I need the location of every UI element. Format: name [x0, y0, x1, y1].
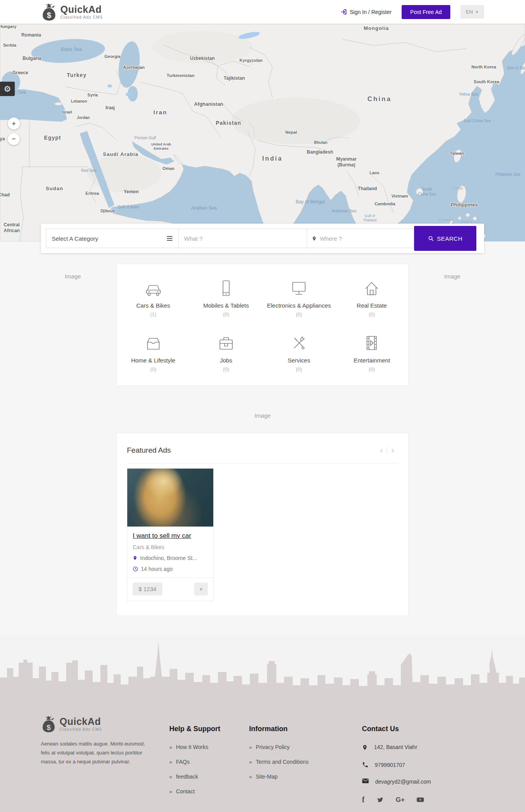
category-label: Home & Lifestyle [117, 357, 190, 364]
categories-card: Cars & Bikes (1) Mobiles & Tablets (0) E… [116, 264, 409, 386]
brand-tagline: Classified Ads CMS [60, 15, 103, 19]
footer-link-contact[interactable]: »Contact [169, 788, 249, 794]
language-dropdown[interactable]: EN ▼ [460, 5, 484, 19]
featured-ads-card: Featured Ads ‹ › I want to sell my car C… [116, 433, 409, 616]
double-chevron-icon: » [249, 774, 252, 780]
world-map[interactable]: HungaryRomaniaSerbiaBulgariaGreeceTurkey… [0, 24, 525, 242]
ad-placeholder-center: Image [0, 412, 525, 419]
svg-text:$: $ [47, 723, 51, 732]
ad-time: 14 hours ago [141, 566, 173, 572]
search-button[interactable]: SEARCH [414, 226, 476, 251]
header: $ QuickAd Classified Ads CMS Sign In / R… [0, 0, 525, 24]
footer-link-privacy-policy[interactable]: »Privacy Policy [249, 744, 362, 750]
zoom-out-button[interactable]: − [8, 133, 20, 145]
footer-link-feedback[interactable]: »feedback [169, 774, 249, 780]
location-pin-icon [312, 235, 317, 242]
sign-in-icon [341, 9, 347, 15]
copyright-text: 2017 Bylancer, All right reserved [0, 804, 525, 812]
footer-about-text: Aenean sodales mattis augue. Morbi euism… [41, 740, 154, 766]
house-icon [362, 279, 381, 298]
category-label: Mobiles & Tablets [190, 302, 262, 309]
youtube-icon[interactable] [416, 797, 424, 803]
double-chevron-icon: » [249, 759, 252, 765]
map-settings-button[interactable]: ⚙ [0, 82, 15, 96]
ad-location: Indochino, Broome St... [140, 555, 197, 561]
email-icon [362, 778, 369, 784]
footer: $ QuickAd Classified Ads CMS Aenean soda… [0, 705, 525, 812]
zoom-in-button[interactable]: + [8, 117, 20, 130]
location-input[interactable] [320, 229, 414, 248]
city-skyline [0, 635, 525, 705]
clock-icon [133, 566, 138, 572]
footer-link-terms[interactable]: »Terms and Conditions [249, 759, 362, 765]
ad-category: Cars & Bikes [133, 544, 208, 550]
category-label: Entertainment [335, 357, 408, 364]
double-chevron-icon: » [249, 744, 252, 750]
carousel-next-button[interactable]: › [387, 447, 398, 454]
box-icon [144, 334, 163, 352]
category-count: (0) [263, 366, 335, 372]
money-bag-icon: $ [41, 716, 56, 733]
keyword-input[interactable] [179, 229, 307, 248]
map-graphic [0, 24, 525, 242]
twitter-icon[interactable] [376, 796, 384, 803]
featured-ads-title: Featured Ads [127, 446, 171, 455]
facebook-icon[interactable]: f [362, 795, 365, 804]
gear-icon: ⚙ [4, 84, 11, 94]
ad-placeholder-right: Image [420, 264, 484, 280]
double-chevron-icon: » [169, 789, 172, 794]
monitor-icon [290, 279, 308, 298]
category-entertainment[interactable]: Entertainment (0) [335, 331, 408, 375]
post-free-ad-button[interactable]: Post Free Ad [402, 5, 450, 19]
ad-placeholder-left: Image [41, 264, 105, 280]
ad-title-link[interactable]: I want to sell my car [133, 532, 191, 540]
category-label: Electronics & Appliances [263, 302, 335, 309]
category-electronics-appliances[interactable]: Electronics & Appliances (0) [263, 276, 335, 320]
svg-text:$: $ [47, 11, 51, 19]
category-services[interactable]: Services (0) [263, 331, 335, 375]
briefcase-icon [217, 334, 235, 352]
language-label: EN [466, 9, 473, 15]
smartphone-icon [217, 279, 235, 298]
ad-image[interactable] [127, 469, 213, 527]
ad-price: $ 1234 [133, 583, 162, 595]
favorite-button[interactable]: ♥ [194, 583, 208, 595]
category-cars-bikes[interactable]: Cars & Bikes (1) [117, 276, 190, 320]
search-icon [428, 236, 434, 242]
footer-column-title: Information [249, 725, 362, 733]
footer-contact-title: Contact Us [362, 725, 479, 733]
car-icon [144, 279, 163, 298]
footer-brand-logo[interactable]: $ QuickAd Classified Ads CMS [41, 716, 154, 733]
category-label: Real Estate [335, 302, 408, 309]
footer-phone: 9799901707 [375, 762, 405, 768]
category-count: (0) [263, 312, 335, 317]
footer-link-sitemap[interactable]: »Site-Map [249, 774, 362, 780]
google-plus-icon[interactable]: G+ [396, 796, 405, 804]
search-button-label: SEARCH [437, 235, 463, 242]
category-mobiles-tablets[interactable]: Mobiles & Tablets (0) [190, 276, 262, 320]
category-select[interactable]: Select A Category [46, 229, 178, 248]
footer-link-faqs[interactable]: »FAQs [169, 759, 249, 765]
category-real-estate[interactable]: Real Estate (0) [335, 276, 408, 320]
category-count: (0) [335, 366, 408, 372]
category-label: Cars & Bikes [117, 302, 190, 309]
carousel-prev-button[interactable]: ‹ [376, 447, 387, 454]
category-home-lifestyle[interactable]: Home & Lifestyle (0) [117, 331, 190, 375]
sign-in-link[interactable]: Sign In / Register [341, 9, 392, 15]
category-jobs[interactable]: Jobs (0) [190, 331, 262, 375]
footer-email: devagryd2@gmail.com [375, 779, 431, 785]
tools-icon [290, 334, 308, 352]
footer-link-how-it-works[interactable]: »How It Works [169, 744, 249, 750]
category-count: (0) [117, 366, 190, 372]
ad-card[interactable]: I want to sell my car Cars & Bikes Indoc… [127, 468, 214, 601]
category-count: (0) [335, 312, 408, 317]
location-pin-icon [133, 555, 137, 561]
category-label: Services [263, 357, 335, 364]
category-select-label: Select A Category [52, 235, 98, 242]
search-panel: Select A Category SEARCH [41, 224, 484, 253]
footer-address: 142, Basant Viahr [374, 744, 417, 750]
sign-in-label: Sign In / Register [350, 9, 392, 15]
category-count: (0) [190, 366, 262, 372]
brand-logo[interactable]: $ QuickAd Classified Ads CMS [41, 3, 103, 21]
category-count: (1) [117, 312, 190, 317]
